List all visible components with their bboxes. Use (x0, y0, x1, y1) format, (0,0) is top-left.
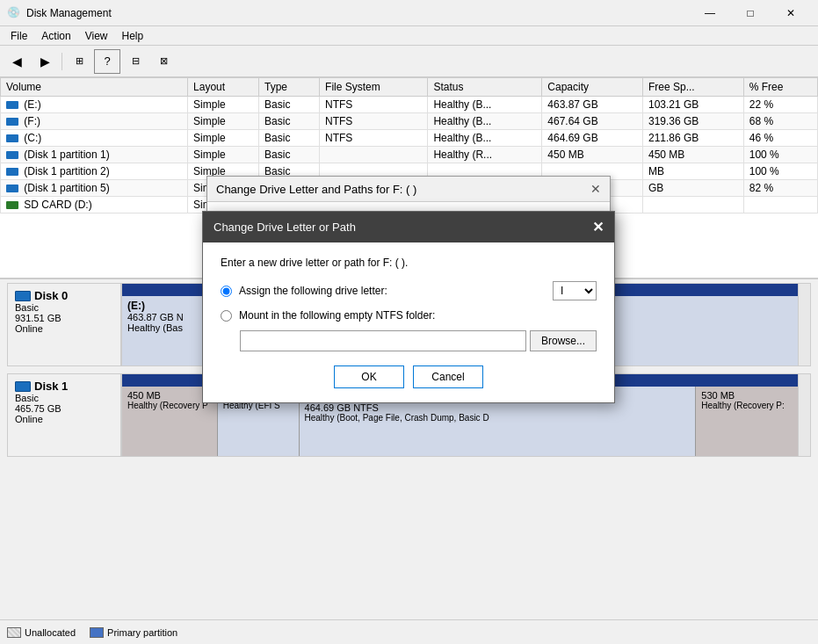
properties-button[interactable]: ⊞ (66, 49, 92, 74)
main-dialog[interactable]: Change Drive Letter or Path ✕ Enter a ne… (202, 211, 615, 403)
table-row[interactable]: (F:) Simple Basic NTFS Healthy (B... 467… (1, 113, 818, 130)
cell-capacity: 464.69 GB (542, 130, 643, 147)
cell-layout: Simple (188, 130, 259, 147)
main-dialog-description: Enter a new drive letter or path for F: … (221, 257, 597, 269)
disk-0-size: 931.51 GB (15, 313, 113, 323)
main-dialog-ok[interactable]: OK (334, 365, 404, 388)
disk-1-type: Basic (15, 393, 113, 403)
main-dialog-title: Change Drive Letter or Path (214, 221, 356, 234)
disk-1-scrollbar (798, 374, 810, 456)
main-dialog-cancel[interactable]: Cancel (413, 365, 483, 388)
cell-status: Healthy (B... (428, 97, 542, 113)
cell-status: Healthy (B... (428, 130, 542, 147)
main-dialog-buttons: OK Cancel (221, 365, 597, 388)
mount-path-row: Browse... (240, 330, 597, 351)
cell-volume: (Disk 1 partition 2) (1, 163, 188, 180)
title-bar: 💿 Disk Management — □ ✕ (0, 0, 818, 26)
disk-0-type: Basic (15, 302, 113, 313)
browse-button[interactable]: Browse... (530, 330, 597, 351)
mount-path-input[interactable] (240, 330, 526, 351)
disk-1-pc-size: 464.69 GB NTFS (305, 402, 691, 413)
table-row[interactable]: (Disk 1 partition 1) Simple Basic Health… (1, 147, 818, 163)
legend-unalloc-icon (7, 627, 21, 638)
cell-volume: (C:) (1, 130, 188, 147)
cell-fs: NTFS (320, 97, 428, 113)
cell-free: 211.86 GB (643, 130, 744, 147)
menu-bar: File Action View Help (0, 26, 818, 46)
cell-fs (320, 147, 428, 163)
cell-layout: Simple (188, 97, 259, 113)
legend-unalloc-label: Unallocated (25, 627, 76, 638)
main-dialog-close[interactable]: ✕ (592, 219, 604, 235)
cell-free: 103.21 GB (643, 97, 744, 113)
toolbar: ◀ ▶ ⊞ ? ⊟ ⊠ (0, 46, 818, 77)
cell-fs: NTFS (320, 130, 428, 147)
bg-dialog-header: Change Drive Letter and Paths for F: ( )… (207, 177, 610, 202)
disk-1-name: Disk 1 (15, 380, 113, 393)
table-row[interactable]: (C:) Simple Basic NTFS Healthy (B... 464… (1, 130, 818, 147)
menu-action[interactable]: Action (34, 26, 77, 45)
cell-pctfree: 100 % (743, 147, 817, 163)
cell-type: Basic (259, 113, 320, 130)
col-filesystem: File System (320, 78, 428, 97)
disk-0-icon (15, 291, 31, 301)
minimize-button[interactable]: — (690, 0, 730, 26)
legend-primary-icon (90, 627, 104, 638)
app-title: Disk Management (26, 7, 690, 19)
disk-1-status: Online (15, 414, 113, 424)
cell-volume: (E:) (1, 97, 188, 113)
cell-type: Basic (259, 97, 320, 113)
mount-folder-radio[interactable] (221, 310, 232, 322)
assign-letter-label[interactable]: Assign the following drive letter: (239, 285, 546, 297)
cell-pctfree: 22 % (743, 97, 817, 113)
help-button[interactable]: ? (94, 49, 120, 74)
cell-pctfree: 100 % (743, 163, 817, 180)
maximize-button[interactable]: □ (730, 0, 771, 26)
disk-0-status: Online (15, 323, 113, 334)
close-button[interactable]: ✕ (771, 0, 811, 26)
cell-capacity: 467.64 GB (542, 113, 643, 130)
legend-unallocated: Unallocated (7, 627, 76, 638)
view-button[interactable]: ⊟ (122, 49, 148, 74)
menu-view[interactable]: View (78, 26, 115, 45)
cell-pctfree: 68 % (743, 113, 817, 130)
cell-free (643, 197, 744, 213)
cell-free: GB (643, 180, 744, 197)
cell-volume: (F:) (1, 113, 188, 130)
disk-1-p1-size: 450 MB (127, 390, 212, 401)
mount-folder-option: Mount in the following empty NTFS folder… (221, 309, 597, 322)
cell-status: Healthy (B... (428, 113, 542, 130)
forward-button[interactable]: ▶ (32, 49, 58, 74)
col-type: Type (259, 78, 320, 97)
main-dialog-header: Change Drive Letter or Path ✕ (203, 212, 614, 242)
back-button[interactable]: ◀ (4, 49, 30, 74)
disk-1-partition-4[interactable]: 530 MB Healthy (Recovery P: (696, 387, 798, 456)
assign-letter-radio[interactable] (221, 286, 232, 297)
disk-0-scrollbar (798, 284, 810, 365)
cell-volume: (Disk 1 partition 1) (1, 147, 188, 163)
app-icon: 💿 (7, 6, 21, 20)
cell-pctfree (743, 197, 817, 213)
col-pctfree: % Free (743, 78, 817, 97)
disk-1-pc-status: Healthy (Boot, Page File, Crash Dump, Ba… (305, 413, 691, 423)
cell-free: MB (643, 163, 744, 180)
disk-1-title: Disk 1 (34, 380, 68, 393)
disk-1-p4-status: Healthy (Recovery P: (701, 401, 793, 410)
drive-letter-dropdown[interactable]: I J K L (553, 281, 597, 300)
menu-help[interactable]: Help (115, 26, 151, 45)
assign-letter-option: Assign the following drive letter: I J K… (221, 281, 597, 300)
disk-1-size: 465.75 GB (15, 403, 113, 414)
cell-free: 450 MB (643, 147, 744, 163)
cell-free: 319.36 GB (643, 113, 744, 130)
col-free: Free Sp... (643, 78, 744, 97)
mount-folder-label[interactable]: Mount in the following empty NTFS folder… (239, 309, 597, 322)
col-layout: Layout (188, 78, 259, 97)
settings-button[interactable]: ⊠ (150, 49, 177, 74)
col-volume: Volume (1, 78, 188, 97)
disk-0-label: Disk 0 Basic 931.51 GB Online (8, 284, 122, 365)
disk-1-p4-size: 530 MB (701, 390, 793, 401)
bg-dialog-close[interactable]: ✕ (590, 182, 601, 196)
cell-fs: NTFS (320, 113, 428, 130)
table-row[interactable]: (E:) Simple Basic NTFS Healthy (B... 463… (1, 97, 818, 113)
menu-file[interactable]: File (4, 26, 34, 45)
